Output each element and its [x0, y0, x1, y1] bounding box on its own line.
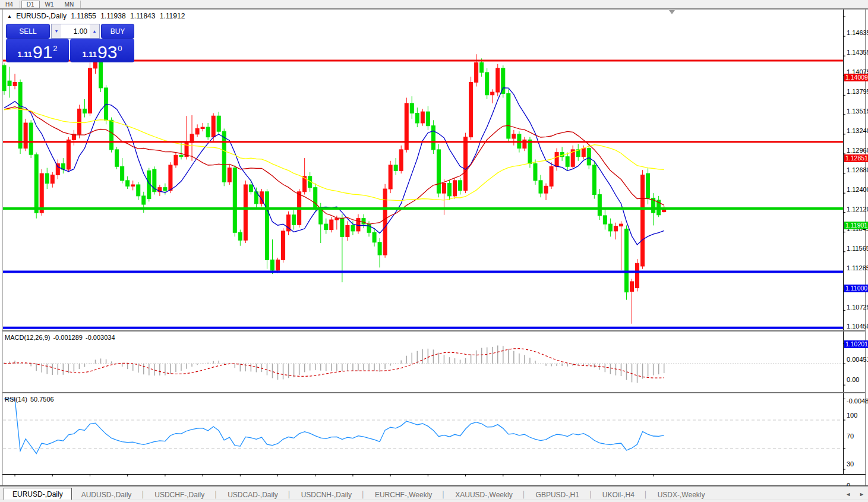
candle-body: [426, 112, 430, 126]
candle-body: [265, 192, 269, 260]
chart-tab-xauusd-weekly[interactable]: XAUUSD-,Weekly: [447, 490, 520, 500]
volume-up-button[interactable]: ▲: [90, 24, 99, 38]
chart-tab-ukoil-h4[interactable]: UKOil-,H4: [594, 490, 643, 500]
one-click-trading-panel: SELL ▼ ▲ BUY 1.11 91 2 1.11 93 0: [6, 24, 134, 62]
candle-body: [624, 229, 628, 292]
collapse-panel-icon[interactable]: ▲: [7, 14, 12, 19]
candle-body: [641, 175, 645, 266]
rsi-name: RSI(14): [5, 396, 27, 403]
candle-body: [469, 83, 473, 137]
chart-tab-eurchf-weekly[interactable]: EURCHF-,Weekly: [367, 490, 440, 500]
candle-body: [410, 103, 414, 113]
candle-body: [238, 232, 242, 240]
candle-body: [115, 150, 119, 166]
chart-tab-eurusd-daily[interactable]: EURUSD-,Daily: [4, 488, 72, 500]
tab-divider: │: [522, 491, 526, 498]
sell-price-prefix: 1.11: [17, 50, 32, 59]
candle-body: [212, 116, 215, 137]
candle-body: [459, 181, 462, 191]
timeframe-button-d1[interactable]: D1: [21, 1, 40, 8]
candle-body: [249, 185, 252, 192]
chart-tab-usdx-weekly[interactable]: USDX-,Weekly: [649, 490, 714, 500]
volume-down-button[interactable]: ▼: [52, 24, 61, 38]
candle-body: [201, 127, 204, 128]
candle-body: [346, 225, 349, 236]
chart-tab-usdcad-daily[interactable]: USDCAD-,Daily: [219, 490, 286, 500]
price-level-tag: 1.10201: [844, 340, 868, 348]
candle-body: [555, 153, 558, 167]
candle-body: [630, 282, 634, 292]
candle-body: [351, 225, 355, 231]
rsi-indicator-label: RSI(14)50.7506: [5, 396, 57, 403]
candle-body: [582, 149, 585, 157]
price-axis-label: 1.12680: [847, 166, 868, 173]
chart-tab-usdcnh-daily[interactable]: USDCNH-,Daily: [293, 490, 360, 500]
candle-body: [378, 242, 381, 255]
candle-body: [222, 131, 226, 182]
macd-main-value: -0.001289: [53, 334, 83, 341]
timeframe-button-w1[interactable]: W1: [40, 1, 59, 8]
candle-body: [77, 109, 81, 134]
candle-body: [362, 219, 365, 224]
timeframe-button-h4[interactable]: H4: [0, 1, 18, 8]
bar-low-value: 1.11843: [130, 12, 156, 20]
sell-price-display[interactable]: 1.11 91 2: [6, 39, 69, 62]
candle-body: [598, 194, 601, 215]
mt4-chart-screen: { "toolbar": { "timeframes": [ {"label":…: [0, 0, 868, 502]
candle-body: [340, 219, 344, 237]
candle-body: [431, 126, 435, 150]
candle-body: [121, 166, 124, 181]
macd-indicator-label: MACD(12,26,9)-0.001289-0.003034: [5, 334, 118, 341]
candle-body: [174, 155, 178, 165]
buy-button[interactable]: BUY: [101, 24, 134, 39]
bar-close-value: 1.11912: [160, 12, 185, 20]
candle-body: [636, 263, 639, 288]
price-axis-label: 1.13515: [847, 108, 868, 115]
candle-body: [480, 62, 484, 72]
candle-body: [18, 83, 22, 149]
price-level-tag: 1.11901: [844, 222, 868, 229]
rsi-value: 50.7506: [30, 396, 54, 403]
candle-body: [8, 81, 11, 86]
price-axis-label: 1.11565: [847, 245, 868, 252]
tab-scroll-left-icon[interactable]: ◄: [845, 491, 851, 497]
candle-body: [282, 231, 285, 260]
candle-body: [330, 220, 333, 230]
tab-divider: │: [441, 491, 446, 498]
timeframe-button-mn[interactable]: MN: [59, 1, 80, 8]
candlestick-chart-surface[interactable]: [0, 8, 868, 486]
price-axis-label: 1.11285: [847, 264, 868, 271]
candle-body: [437, 150, 440, 193]
tab-divider: │: [589, 491, 593, 498]
candle-body: [415, 113, 419, 123]
rsi-axis-label: 30: [847, 460, 854, 468]
toolbar-separator: [80, 1, 81, 8]
buy-price-display[interactable]: 1.11 93 0: [70, 39, 134, 62]
candle-body: [271, 260, 274, 270]
volume-input[interactable]: [61, 24, 90, 38]
candle-body: [507, 93, 510, 138]
chart-tab-gbpusd-h1[interactable]: GBPUSD-,H1: [528, 490, 588, 500]
candle-body: [367, 224, 371, 232]
candle-body: [67, 140, 70, 169]
candle-body: [421, 112, 424, 123]
candle-body: [244, 185, 247, 240]
tab-scroll-right-icon[interactable]: ►: [859, 491, 864, 497]
candle-body: [491, 92, 494, 95]
chart-tab-usdchf-daily[interactable]: USDCHF-,Daily: [146, 490, 213, 500]
candle-body: [550, 166, 553, 186]
price-axis-label: 1.10450: [847, 323, 868, 330]
candle-body: [217, 116, 220, 131]
chart-tab-audusd-daily[interactable]: AUDUSD-,Daily: [73, 490, 140, 500]
candle-body: [453, 181, 457, 196]
candle-body: [399, 150, 403, 171]
sell-price-point: 2: [53, 44, 57, 53]
tab-scroll-buttons: ◄ ►: [845, 491, 864, 497]
sell-button[interactable]: SELL: [6, 24, 50, 39]
chart-symbol-period: EURUSD-,Daily: [16, 12, 67, 20]
price-axis-label: 1.14355: [847, 49, 868, 56]
buy-price-prefix: 1.11: [82, 50, 97, 59]
candle-body: [131, 185, 135, 186]
chart-tabs-bar: EURUSD-,DailyAUDUSD-,Daily│USDCHF-,Daily…: [0, 486, 868, 500]
candle-body: [13, 83, 17, 86]
